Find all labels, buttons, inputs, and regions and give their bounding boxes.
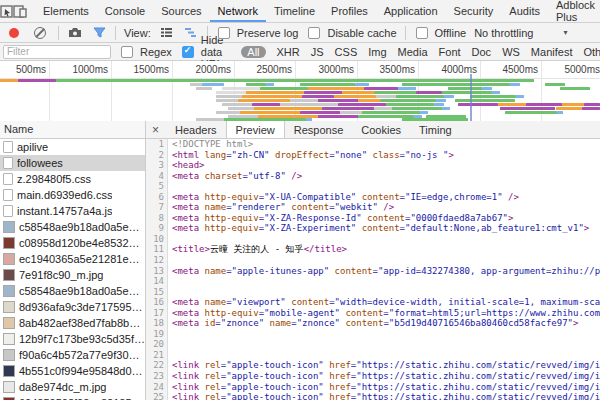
chevron-down-icon[interactable]: ▾ — [563, 28, 567, 37]
detail-tab-cookies[interactable]: Cookies — [352, 121, 410, 138]
request-row[interactable]: da8e974dc_m.jpg — [0, 379, 145, 395]
request-row[interactable]: main.d6939ed6.css — [0, 187, 145, 203]
filter-pill-manifest[interactable]: Manifest — [531, 46, 573, 58]
code-line — [172, 339, 600, 350]
clear-button[interactable] — [34, 27, 46, 39]
preserve-log-checkbox[interactable] — [218, 27, 230, 39]
code-token: ="default:None,ab_feature1:cmt_v1" — [400, 223, 584, 233]
inspect-element-icon[interactable] — [0, 0, 13, 22]
detail-tab-headers[interactable]: Headers — [166, 121, 226, 138]
tab-console[interactable]: Console — [97, 0, 153, 22]
request-row[interactable]: followees — [0, 155, 145, 171]
waterfall-overview[interactable]: 500ms1000ms1500ms2000ms2500ms3000ms3500m… — [0, 61, 600, 122]
filter-pill-media[interactable]: Media — [398, 46, 428, 58]
code-token: <meta — [172, 202, 199, 212]
filter-pill-ws[interactable]: WS — [502, 46, 520, 58]
request-row[interactable]: 12b9f7c173be93c5d35fea2d... — [0, 331, 145, 347]
filter-pill-img[interactable]: Img — [368, 46, 386, 58]
tab-profiles[interactable]: Profiles — [323, 0, 376, 22]
regex-label[interactable]: Regex — [140, 46, 172, 58]
waterfall-bar — [18, 79, 56, 82]
offline-label[interactable]: Offline — [435, 27, 467, 39]
filter-pill-all[interactable]: All — [241, 46, 265, 58]
disable-cache-checkbox[interactable] — [308, 27, 320, 39]
code-token: content — [362, 213, 405, 223]
request-name: z.298480f5.css — [17, 173, 91, 185]
list-view-icon[interactable] — [155, 22, 179, 44]
request-row[interactable]: c08958d120be4e853230649... — [0, 235, 145, 251]
filter-pill-css[interactable]: CSS — [335, 46, 358, 58]
request-row[interactable]: apilive — [0, 139, 145, 155]
hide-data-urls-checkbox[interactable] — [182, 46, 194, 58]
request-row[interactable]: c58548ae9b18ad0a5e79fe4e... — [0, 219, 145, 235]
line-number: 23 — [146, 371, 164, 382]
detail-tab-response[interactable]: Response — [285, 121, 353, 138]
tab-adblock-plus[interactable]: Adblock Plus — [548, 0, 600, 22]
device-toolbar-icon[interactable] — [13, 0, 27, 22]
waterfall-bar — [228, 107, 254, 110]
waterfall-bar — [402, 83, 510, 86]
filter-pill-doc[interactable]: Doc — [472, 46, 492, 58]
tab-timeline[interactable]: Timeline — [266, 0, 323, 22]
waterfall-bar — [266, 83, 274, 86]
request-row[interactable]: 8d936afa9c3de7175958fae5... — [0, 299, 145, 315]
close-icon[interactable]: × — [146, 123, 166, 137]
waterfall-view-icon[interactable] — [179, 22, 203, 44]
detail-tab-preview[interactable]: Preview — [226, 121, 285, 138]
waterfall-bar — [557, 111, 563, 114]
code-token: </title> — [304, 244, 347, 254]
code-token: ="none" — [329, 150, 367, 160]
filter-pill-other[interactable]: Other — [583, 46, 600, 58]
filter-pill-xhr[interactable]: XHR — [277, 46, 300, 58]
detail-tab-timing[interactable]: Timing — [410, 121, 461, 138]
preserve-log-label[interactable]: Preserve log — [237, 27, 299, 39]
code-line: <meta name="viewport" content="width=dev… — [172, 297, 600, 308]
tab-security[interactable]: Security — [446, 0, 502, 22]
tab-application[interactable]: Application — [376, 0, 446, 22]
filter-pill-font[interactable]: Font — [439, 46, 461, 58]
request-row[interactable]: z.298480f5.css — [0, 171, 145, 187]
waterfall-bar — [222, 103, 252, 106]
line-number: 17 — [146, 308, 164, 319]
disable-cache-label[interactable]: Disable cache — [327, 27, 396, 39]
document-icon — [3, 173, 13, 185]
line-number: 6 — [146, 192, 164, 203]
throttling-select[interactable]: No throttling — [474, 27, 533, 39]
request-row[interactable]: ec1940365a5e21281ee71856... — [0, 251, 145, 267]
request-row[interactable]: 7e91f8c90_m.jpg — [0, 267, 145, 283]
record-button[interactable] — [9, 28, 19, 38]
request-row[interactable]: 8ab482aef38ed7fab8bd4314... — [0, 315, 145, 331]
regex-checkbox[interactable] — [121, 46, 133, 58]
line-number: 22 — [146, 360, 164, 371]
filter-funnel-icon[interactable] — [87, 22, 111, 44]
code-token: /> — [503, 192, 519, 202]
line-number: 5 — [146, 181, 164, 192]
waterfall-bar — [398, 87, 416, 90]
tab-audits[interactable]: Audits — [501, 0, 548, 22]
request-row[interactable]: c58548ae9b18ad0a5e79fe4e... — [0, 283, 145, 299]
image-thumbnail-icon — [3, 269, 15, 281]
code-token: ="viewport" — [226, 297, 286, 307]
code-token: name — [199, 202, 226, 212]
name-column-header[interactable]: Name — [0, 121, 145, 139]
tab-network[interactable]: Network — [210, 0, 266, 22]
waterfall-bar — [442, 107, 450, 110]
code-line: <meta charset="utf-8" /> — [172, 171, 600, 182]
request-row[interactable]: instant.14757a4a.js — [0, 203, 145, 219]
request-row[interactable]: 4b551c0f994e95848d0dda09... — [0, 363, 145, 379]
image-thumbnail-icon — [3, 253, 15, 265]
tab-sources[interactable]: Sources — [153, 0, 209, 22]
screenshot-capture-icon[interactable] — [63, 22, 87, 44]
filter-pill-js[interactable]: JS — [311, 46, 324, 58]
request-row[interactable]: f90a6c4b572a77e9f30de153... — [0, 347, 145, 363]
request-row[interactable]: 604859508f08ec8213572f0e7 — [0, 395, 145, 400]
tab-elements[interactable]: Elements — [35, 0, 97, 22]
code-token: ="no-js " — [400, 150, 449, 160]
filter-input[interactable] — [3, 45, 111, 59]
network-toolbar: View: Preserve log Disable cache Offline… — [0, 23, 600, 43]
line-number: 14 — [146, 276, 164, 287]
code-token: <link — [172, 371, 199, 381]
code-token: content — [329, 266, 372, 276]
offline-checkbox[interactable] — [416, 27, 428, 39]
waterfall-bar — [246, 83, 266, 86]
